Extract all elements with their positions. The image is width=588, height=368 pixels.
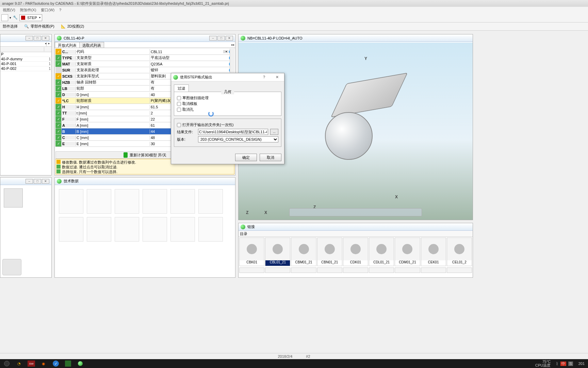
param-row[interactable]: ✓TYPE支架类型平底活动型i bbox=[55, 55, 234, 61]
param-value[interactable]: 镀锌 bbox=[150, 67, 228, 73]
structure-row[interactable]: 40-P-dummy1 bbox=[0, 57, 51, 62]
link-item[interactable] bbox=[265, 267, 290, 273]
structure-row[interactable]: 40-P-0021 bbox=[0, 66, 51, 71]
check-icon[interactable]: ✓ bbox=[55, 55, 62, 61]
catalog-item[interactable]: CDM01_21 bbox=[395, 237, 420, 266]
check-cancel-hole[interactable]: 取消孔 bbox=[177, 107, 278, 112]
maximize-button[interactable]: □ bbox=[217, 36, 225, 41]
close-button[interactable]: ✕ bbox=[42, 179, 49, 184]
check-icon[interactable]: ✓ bbox=[55, 116, 62, 122]
scroll-right-icon[interactable]: ▸ bbox=[47, 42, 51, 46]
taskbar-app[interactable]: ◔ bbox=[14, 360, 24, 367]
param-row[interactable]: SUR支架表面处理镀锌i bbox=[55, 67, 234, 73]
part-selection-button[interactable]: 部件选择 bbox=[1, 23, 19, 30]
param-value[interactable]: 平底活动型 bbox=[150, 55, 228, 60]
toolbar-input[interactable] bbox=[1, 14, 8, 21]
link-item[interactable] bbox=[395, 267, 420, 273]
catalog-item[interactable]: CBM01_21 bbox=[291, 237, 316, 266]
structure-row[interactable]: P bbox=[0, 52, 51, 57]
checkbox[interactable] bbox=[177, 123, 181, 127]
param-value[interactable]: Q235A bbox=[150, 62, 228, 66]
check-icon[interactable]: ✓ bbox=[55, 61, 62, 67]
scroll-right-icon[interactable]: ▸ bbox=[233, 43, 234, 46]
dialog-titlebar[interactable]: 使用STEP格式输出 ? ✕ bbox=[171, 73, 284, 81]
dialog-tab-filter[interactable]: 过滤 bbox=[174, 85, 189, 92]
catalog-item[interactable]: CDL01_21 bbox=[369, 237, 394, 266]
catalog-item[interactable]: CEK01 bbox=[421, 237, 446, 266]
step-format-selector[interactable]: STEP ▾ bbox=[19, 14, 42, 21]
taskbar-app[interactable]: ✓ bbox=[50, 360, 61, 367]
catalog-item[interactable]: CEL01_2 bbox=[447, 237, 472, 266]
taskbar-start[interactable] bbox=[1, 360, 12, 367]
wrench-icon[interactable]: 🔧 bbox=[13, 15, 18, 20]
check-cancel-template[interactable]: 取消模板 bbox=[177, 101, 278, 106]
taskbar-app[interactable] bbox=[75, 360, 86, 367]
check-icon[interactable]: ✓ bbox=[55, 141, 62, 147]
checkbox[interactable] bbox=[177, 102, 181, 106]
check-sketch-scan[interactable]: 草图做扫描处理 bbox=[177, 95, 278, 101]
check-icon[interactable]: ✓ bbox=[55, 128, 62, 134]
catalog-item[interactable]: CDK01 bbox=[343, 237, 368, 266]
tray-ime-icon[interactable]: 中 bbox=[560, 362, 566, 366]
menu-help[interactable]: ? bbox=[59, 8, 61, 12]
check-icon[interactable]: ✓ bbox=[55, 86, 62, 91]
tray-icon[interactable]: ᚱ bbox=[556, 362, 558, 366]
3d-view-toolbar[interactable] bbox=[289, 208, 422, 216]
close-button[interactable]: ✕ bbox=[226, 36, 233, 41]
dropdown-icon[interactable]: ▾ bbox=[224, 50, 228, 53]
tab-open-list[interactable]: 开放式列表 bbox=[55, 42, 80, 48]
catalog-item[interactable]: CBK01 bbox=[239, 237, 264, 266]
maximize-button[interactable]: □ bbox=[34, 36, 41, 41]
param-row[interactable]: ✓MAT支架材质Q235Ai bbox=[55, 61, 234, 67]
part-view-button[interactable]: 🔍零部件视图(P) bbox=[22, 23, 56, 30]
tray-sogou-icon[interactable]: S bbox=[568, 362, 573, 366]
check-icon[interactable]: ✓ bbox=[55, 135, 62, 140]
link-item[interactable] bbox=[239, 267, 264, 273]
taskbar-app[interactable] bbox=[63, 360, 74, 367]
check-icon[interactable]: ✓ bbox=[55, 73, 62, 79]
checkbox[interactable] bbox=[177, 108, 181, 112]
taskbar-clock[interactable]: 201 bbox=[576, 362, 587, 366]
taskbar-app[interactable]: ◉ bbox=[38, 360, 49, 367]
taskbar-app[interactable]: SW bbox=[26, 360, 37, 367]
structure-row[interactable]: 40-P-0011 bbox=[0, 62, 51, 66]
scroll-left-icon[interactable]: ◂ bbox=[45, 42, 46, 46]
link-item[interactable] bbox=[421, 267, 446, 273]
minimize-button[interactable]: – bbox=[26, 36, 33, 41]
link-item[interactable] bbox=[447, 267, 472, 273]
param-row[interactable]: ✓C...代码CBL11▾i bbox=[55, 49, 234, 55]
catalog-item[interactable]: CBN01_21 bbox=[317, 237, 342, 266]
ok-button[interactable]: 确定 bbox=[235, 154, 257, 161]
check-icon[interactable]: ✓ bbox=[55, 122, 62, 128]
checkbox[interactable] bbox=[177, 96, 181, 100]
minimize-button[interactable]: – bbox=[209, 36, 217, 41]
menu-addons[interactable]: 附加件(X) bbox=[20, 7, 36, 13]
menu-view[interactable]: 视图(V) bbox=[3, 7, 15, 13]
catalog-item[interactable]: CBL01_21 bbox=[265, 237, 290, 266]
close-button[interactable]: ✕ bbox=[42, 36, 49, 41]
minimize-button[interactable]: – bbox=[26, 179, 33, 184]
check-icon[interactable]: ✓ bbox=[55, 92, 62, 97]
check-icon[interactable] bbox=[55, 67, 62, 73]
link-item[interactable] bbox=[317, 267, 342, 273]
tab-select-list[interactable]: 选取式列表 bbox=[79, 42, 104, 48]
cancel-button[interactable]: 取消 bbox=[260, 154, 281, 161]
link-item[interactable] bbox=[343, 267, 368, 273]
check-icon[interactable]: ✓ bbox=[55, 104, 62, 110]
close-button[interactable]: ✕ bbox=[272, 75, 282, 79]
result-file-input[interactable] bbox=[198, 129, 268, 135]
tray-icons[interactable]: ᚱ 中 S bbox=[554, 362, 575, 366]
menu-window[interactable]: 窗口(W) bbox=[41, 7, 54, 13]
check-icon[interactable]: ✓ bbox=[55, 49, 62, 55]
link-item[interactable] bbox=[369, 267, 394, 273]
check-open-folder[interactable]: 打开用于输出的文件夹(一次性) bbox=[177, 122, 278, 127]
version-select[interactable]: 203 (CONFIG_CONTROL_DESIGN) bbox=[198, 136, 278, 142]
check-icon[interactable]: ✓ bbox=[55, 98, 62, 104]
param-value[interactable]: CBL11 bbox=[150, 50, 224, 54]
browse-button[interactable]: ... bbox=[270, 129, 278, 135]
link-item[interactable] bbox=[291, 267, 316, 273]
check-icon[interactable]: ✓ bbox=[55, 110, 62, 116]
2d-projection-button[interactable]: 📐2D投图(2) bbox=[59, 23, 86, 30]
system-tray[interactable]: 75°C CPU温度 bbox=[533, 360, 553, 367]
dropdown-arrow-icon[interactable]: ▾ bbox=[10, 16, 11, 19]
